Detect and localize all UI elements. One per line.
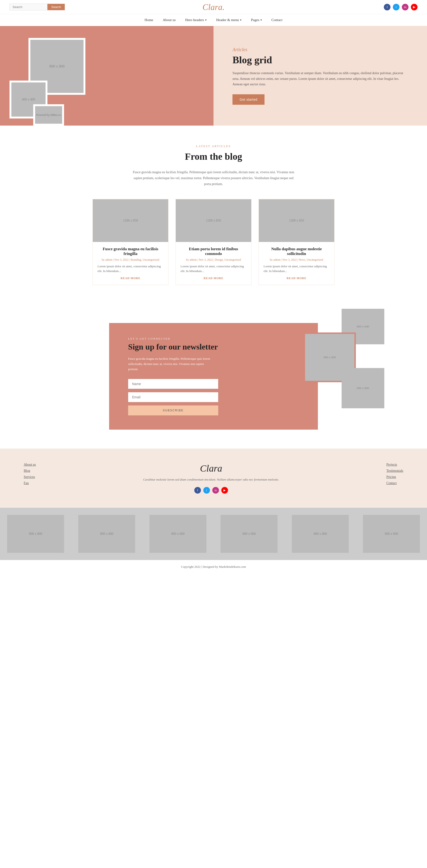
blog-card-3-content: Nulla dapibus augue molestie sollicitudi… xyxy=(259,242,334,285)
search-button[interactable]: Search xyxy=(48,4,65,10)
blog-card-3-title: Nulla dapibus augue molestie sollicitudi… xyxy=(263,247,330,256)
image-strip: 800 x 800 800 x 800 800 x 800 800 x 800 … xyxy=(0,508,427,560)
footer-link-about[interactable]: About us xyxy=(24,463,36,467)
footer-link-services[interactable]: Services xyxy=(24,475,36,479)
footer-youtube-icon[interactable]: ▶ xyxy=(221,487,228,494)
blog-card-2: 1200 x 850 Etiam porta lorem id finibus … xyxy=(175,199,252,285)
newsletter-title: Sign up for our newsletter xyxy=(128,342,299,351)
strip-image-2: 800 x 800 xyxy=(78,515,135,553)
newsletter-wrapper: LET'S GET CONNECTED Sign up for our news… xyxy=(0,304,427,448)
hero-content: Articles Blog grid Suspendisse rhoncus c… xyxy=(214,26,427,126)
newsletter-email-input[interactable] xyxy=(128,392,218,402)
footer-link-pricing[interactable]: Pricing xyxy=(387,475,403,479)
footer-link-faq[interactable]: Faq xyxy=(24,481,36,485)
search-area: Search xyxy=(9,4,65,10)
blog-card-1-title: Fusce gravida magna eu facilisis fringil… xyxy=(97,247,164,256)
main-nav: Home About us Hero headers Header & menu… xyxy=(0,14,427,26)
strip-image-4: 800 x 800 xyxy=(221,515,278,553)
hero-title: Blog grid xyxy=(232,54,408,66)
site-logo[interactable]: Clara. xyxy=(202,2,224,12)
blog-card-2-image: 1200 x 850 xyxy=(176,199,251,242)
newsletter-subscribe-button[interactable]: SUBSCRIBE xyxy=(128,405,218,415)
nav-contact[interactable]: Contact xyxy=(272,18,283,22)
blog-card-3-image: 1200 x 850 xyxy=(259,199,334,242)
nav-home[interactable]: Home xyxy=(144,18,153,22)
footer-facebook-icon[interactable]: f xyxy=(194,487,201,494)
blog-card-2-read-more[interactable]: READ MORE xyxy=(180,277,247,280)
footer-tagline: Curabitur molestie lorem sed diam condim… xyxy=(36,477,387,482)
blog-grid: 1200 x 850 Fusce gravida magna eu facili… xyxy=(24,199,403,285)
hero-section: 800 x 800 400 x 400 Powered by HiRes.co … xyxy=(0,26,427,126)
footer-logo[interactable]: Clara xyxy=(36,463,387,474)
footer-left-links: About us Blog Services Faq xyxy=(24,463,36,494)
twitter-icon[interactable]: t xyxy=(393,4,399,10)
blog-card-1-text: Lorem ipsum dolor sit amet, consectetur … xyxy=(97,264,164,274)
blog-card-2-meta: by admin | Nov 3, 2022 | Design, Uncateg… xyxy=(180,258,247,261)
nav-hero-headers[interactable]: Hero headers xyxy=(185,18,207,22)
newsletter-images: 800 x 640 800 x 800 800 x 800 xyxy=(304,309,384,408)
facebook-icon[interactable]: f xyxy=(384,4,391,10)
blog-title: From the blog xyxy=(185,151,242,162)
search-input[interactable] xyxy=(9,4,48,10)
footer-social-icons: f t in ▶ xyxy=(36,487,387,494)
blog-card-2-title: Etiam porta lorem id finibus commodo xyxy=(180,247,247,256)
copyright: Copyright 2022 | Designed by MarkHendrik… xyxy=(0,560,427,574)
blog-section: LATEST ARTICLES From the blog Fusce grav… xyxy=(0,126,427,304)
blog-description: Fusce gravida magna eu facilisis fringil… xyxy=(131,169,296,187)
blog-card-1-read-more[interactable]: READ MORE xyxy=(97,277,164,280)
blog-card-1-image: 1200 x 850 xyxy=(93,199,168,242)
hero-subtitle: Articles xyxy=(232,47,408,52)
footer-link-projects[interactable]: Projects xyxy=(387,463,403,467)
footer-center: Clara Curabitur molestie lorem sed diam … xyxy=(36,463,387,494)
hero-tiny-image: Powered by HiRes.co xyxy=(33,104,64,126)
strip-image-6: 800 x 800 xyxy=(363,515,420,553)
blog-card-1-content: Fusce gravida magna eu facilisis fringil… xyxy=(93,242,168,285)
footer-twitter-icon[interactable]: t xyxy=(203,487,210,494)
nav-pages[interactable]: Pages xyxy=(251,18,262,22)
newsletter-image-3: 800 x 800 xyxy=(342,368,384,408)
strip-image-5: 800 x 800 xyxy=(292,515,349,553)
newsletter-label: LET'S GET CONNECTED xyxy=(128,337,299,340)
footer-instagram-icon[interactable]: in xyxy=(212,487,219,494)
header: Search Clara. f t in ▶ xyxy=(0,0,427,14)
blog-card-2-text: Lorem ipsum dolor sit amet, consectetur … xyxy=(180,264,247,274)
blog-card-1-meta: by admin | Nov 3, 2022 | Branding, Uncat… xyxy=(97,258,164,261)
newsletter-description: Fusce gravida magna eu facilisis fringil… xyxy=(128,356,211,372)
footer-link-testimonials[interactable]: Testimonials xyxy=(387,469,403,473)
blog-card-3: 1200 x 850 Nulla dapibus augue molestie … xyxy=(259,199,335,285)
blog-card-1: 1200 x 850 Fusce gravida magna eu facili… xyxy=(92,199,168,285)
blog-card-3-text: Lorem ipsum dolor sit amet, consectetur … xyxy=(263,264,330,274)
hero-cta-button[interactable]: Get started xyxy=(232,94,264,105)
newsletter-name-input[interactable] xyxy=(128,379,218,389)
instagram-icon[interactable]: in xyxy=(402,4,408,10)
nav-about[interactable]: About us xyxy=(163,18,176,22)
strip-image-3: 800 x 800 xyxy=(149,515,206,553)
nav-header-menu[interactable]: Header & menu xyxy=(216,18,241,22)
strip-image-1: 800 x 800 xyxy=(7,515,64,553)
hero-description: Suspendisse rhoncus commodo varius. Vest… xyxy=(232,70,408,87)
youtube-icon[interactable]: ▶ xyxy=(411,4,418,10)
blog-card-2-content: Etiam porta lorem id finibus commodo by … xyxy=(176,242,251,285)
footer-right-links: Projects Testimonials Pricing Contact xyxy=(387,463,403,494)
footer-link-contact[interactable]: Contact xyxy=(387,481,403,485)
hero-image-area: 800 x 800 400 x 400 Powered by HiRes.co xyxy=(0,26,214,126)
footer: About us Blog Services Faq Clara Curabit… xyxy=(0,448,427,508)
header-social-icons: f t in ▶ xyxy=(384,4,418,10)
blog-card-3-read-more[interactable]: READ MORE xyxy=(263,277,330,280)
footer-link-blog[interactable]: Blog xyxy=(24,469,36,473)
newsletter-section: LET'S GET CONNECTED Sign up for our news… xyxy=(109,323,318,430)
blog-label: LATEST ARTICLES xyxy=(24,145,403,148)
blog-card-3-meta: by admin | Nov 3, 2022 | News, Uncategor… xyxy=(263,258,330,261)
